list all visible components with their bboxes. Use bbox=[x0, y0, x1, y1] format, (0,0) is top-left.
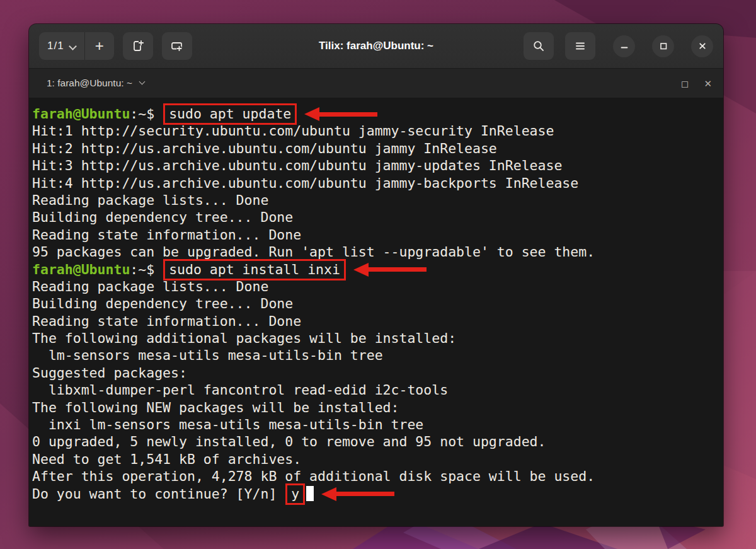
add-terminal-down-icon bbox=[170, 39, 184, 53]
terminal-line: Reading package lists... Done bbox=[32, 192, 721, 209]
tabbar: 1: farah@Ubuntu: ~ ◻ ✕ bbox=[29, 69, 723, 98]
terminal-text: :~$ bbox=[130, 106, 163, 122]
add-terminal-right-icon bbox=[131, 39, 145, 53]
session-selector-button[interactable]: 1/1 bbox=[39, 32, 84, 60]
terminal-text: inxi lm-sensors mesa-utils mesa-utils-bi… bbox=[32, 417, 423, 432]
terminal-line: Hit:1 http://security.ubuntu.com/ubuntu … bbox=[32, 122, 721, 139]
new-session-button[interactable]: + bbox=[85, 32, 114, 60]
terminal-line: The following additional packages will b… bbox=[32, 330, 721, 347]
tab-chevron-down-icon bbox=[140, 79, 146, 85]
terminal-text: Reading package lists... Done bbox=[32, 192, 268, 208]
terminal-text: Reading package lists... Done bbox=[32, 279, 268, 294]
terminal-text: Building dependency tree... Done bbox=[32, 296, 293, 311]
terminal-line: Building dependency tree... Done bbox=[32, 209, 721, 226]
minimize-icon bbox=[619, 41, 629, 51]
session-indicator: 1/1 bbox=[47, 40, 64, 52]
terminal-line: 0 upgraded, 5 newly installed, 0 to remo… bbox=[32, 433, 721, 450]
terminal-text: lm-sensors mesa-utils mesa-utils-bin tre… bbox=[32, 347, 383, 363]
terminal-cursor bbox=[306, 486, 314, 501]
titlebar[interactable]: Tilix: farah@Ubuntu: ~ 1/1 + bbox=[29, 24, 723, 69]
tab-title: 1: farah@Ubuntu: ~ bbox=[47, 78, 132, 89]
terminal-text: Hit:2 http://us.archive.ubuntu.com/ubunt… bbox=[32, 141, 497, 156]
terminal-text: libxml-dumper-perl fancontrol read-edid … bbox=[32, 382, 448, 398]
terminal-text: The following additional packages will b… bbox=[32, 330, 456, 346]
terminal-text: :~$ bbox=[130, 262, 163, 277]
chevron-down-icon bbox=[70, 43, 76, 49]
terminal-screen[interactable]: farah@Ubuntu:~$ sudo apt updateHit:1 htt… bbox=[29, 98, 723, 526]
terminal-text: Do you want to continue? [Y/n] bbox=[32, 486, 285, 502]
menu-button[interactable] bbox=[565, 32, 595, 60]
terminal-text: The following NEW packages will be insta… bbox=[32, 400, 399, 415]
terminal-line: Suggested packages: bbox=[32, 364, 721, 381]
red-arrow-annotation bbox=[353, 263, 427, 277]
highlighted-command: sudo apt install inxi bbox=[163, 259, 346, 280]
close-button[interactable] bbox=[691, 35, 713, 57]
tab-maximize-icon[interactable]: ◻ bbox=[681, 79, 689, 88]
terminal-line: Reading state information... Done bbox=[32, 313, 721, 330]
red-arrow-annotation bbox=[304, 107, 377, 121]
hamburger-menu-icon bbox=[574, 40, 587, 52]
terminal-line: After this operation, 4,278 kB of additi… bbox=[32, 468, 721, 485]
prompt-text: farah@Ubuntu bbox=[32, 262, 130, 277]
terminal-text: Hit:3 http://us.archive.ubuntu.com/ubunt… bbox=[32, 158, 562, 173]
terminal-output: farah@Ubuntu:~$ sudo apt updateHit:1 htt… bbox=[32, 105, 721, 502]
terminal-text: Building dependency tree... Done bbox=[32, 209, 293, 225]
terminal-text: Hit:1 http://security.ubuntu.com/ubuntu … bbox=[32, 123, 554, 139]
terminal-line: Hit:4 http://us.archive.ubuntu.com/ubunt… bbox=[32, 175, 721, 192]
split-right-button[interactable] bbox=[123, 32, 153, 60]
red-arrow-annotation bbox=[321, 487, 394, 501]
tab-close-icon[interactable]: ✕ bbox=[704, 79, 712, 88]
terminal-text: Reading state information... Done bbox=[32, 227, 301, 243]
terminal-text: Need to get 1,541 kB of archives. bbox=[32, 451, 301, 467]
terminal-line: Reading package lists... Done bbox=[32, 278, 721, 295]
terminal-line: libxml-dumper-perl fancontrol read-edid … bbox=[32, 381, 721, 398]
terminal-line: Do you want to continue? [Y/n] y bbox=[32, 485, 721, 502]
tilix-window: Tilix: farah@Ubuntu: ~ 1/1 + bbox=[29, 24, 723, 526]
terminal-tab[interactable]: 1: farah@Ubuntu: ~ bbox=[47, 78, 146, 89]
terminal-line: lm-sensors mesa-utils mesa-utils-bin tre… bbox=[32, 347, 721, 364]
prompt-text: farah@Ubuntu bbox=[32, 106, 130, 122]
terminal-line: The following NEW packages will be insta… bbox=[32, 399, 721, 416]
minimize-button[interactable] bbox=[613, 35, 635, 57]
highlighted-command: sudo apt update bbox=[163, 103, 297, 125]
terminal-line: Hit:3 http://us.archive.ubuntu.com/ubunt… bbox=[32, 157, 721, 174]
search-icon bbox=[532, 40, 545, 52]
terminal-text: After this operation, 4,278 kB of additi… bbox=[32, 468, 595, 484]
terminal-line: farah@Ubuntu:~$ sudo apt install inxi bbox=[32, 261, 721, 278]
terminal-line: Need to get 1,541 kB of archives. bbox=[32, 451, 721, 468]
terminal-line: Hit:2 http://us.archive.ubuntu.com/ubunt… bbox=[32, 140, 721, 157]
split-down-button[interactable] bbox=[162, 32, 192, 60]
close-icon bbox=[697, 41, 707, 51]
session-group: 1/1 + bbox=[39, 32, 114, 60]
terminal-text: Hit:4 http://us.archive.ubuntu.com/ubunt… bbox=[32, 175, 578, 191]
terminal-line: 95 packages can be upgraded. Run 'apt li… bbox=[32, 243, 721, 260]
terminal-line: Building dependency tree... Done bbox=[32, 295, 721, 312]
terminal-text: 95 packages can be upgraded. Run 'apt li… bbox=[32, 244, 595, 260]
highlighted-command: y bbox=[285, 483, 305, 505]
maximize-icon bbox=[658, 41, 668, 51]
terminal-text: 0 upgraded, 5 newly installed, 0 to remo… bbox=[32, 434, 546, 449]
terminal-line: Reading state information... Done bbox=[32, 226, 721, 243]
terminal-text: Suggested packages: bbox=[32, 365, 187, 381]
terminal-text: Reading state information... Done bbox=[32, 313, 301, 329]
terminal-line: inxi lm-sensors mesa-utils mesa-utils-bi… bbox=[32, 416, 721, 433]
maximize-button[interactable] bbox=[652, 35, 674, 57]
search-button[interactable] bbox=[524, 32, 554, 60]
terminal-line: farah@Ubuntu:~$ sudo apt update bbox=[32, 105, 721, 122]
